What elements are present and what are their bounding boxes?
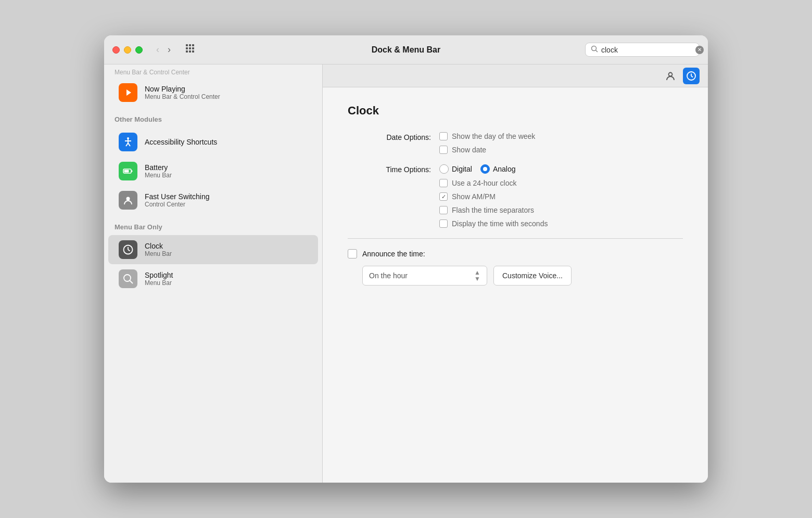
- svg-rect-7: [189, 50, 191, 53]
- toolbar-user-button[interactable]: [662, 68, 679, 84]
- clock-subtitle: Menu Bar: [145, 250, 172, 257]
- svg-point-24: [124, 275, 131, 281]
- sidebar-item-accessibility[interactable]: Accessibility Shortcuts: [108, 127, 318, 157]
- svg-rect-3: [186, 47, 188, 49]
- show-date-row: Show date: [439, 146, 535, 154]
- sidebar-item-spotlight[interactable]: Spotlight Menu Bar: [108, 264, 318, 293]
- sidebar-item-now-playing[interactable]: Now Playing Menu Bar & Control Center: [108, 78, 318, 107]
- use-24hr-checkbox[interactable]: [439, 179, 448, 187]
- svg-line-16: [128, 143, 130, 146]
- analog-label: Analog: [493, 165, 516, 173]
- toolbar-clock-button[interactable]: [683, 68, 700, 84]
- time-options-controls: Digital Analog Use a 24-hour clock: [439, 164, 548, 228]
- svg-rect-2: [192, 44, 194, 46]
- fast-user-subtitle: Control Center: [145, 201, 209, 208]
- announce-label: Announce the time:: [362, 250, 425, 258]
- traffic-lights: [112, 46, 143, 54]
- maximize-button[interactable]: [135, 46, 143, 54]
- flash-separators-checkbox[interactable]: [439, 206, 448, 214]
- grid-button[interactable]: [182, 43, 198, 57]
- svg-line-29: [691, 76, 693, 77]
- content-area: Menu Bar & Control Center Now Playing Me…: [104, 64, 708, 483]
- announce-controls: On the hour ▲ ▼ Customize Voice...: [362, 266, 683, 286]
- now-playing-title: Now Playing: [145, 85, 220, 93]
- svg-rect-4: [189, 47, 191, 49]
- back-button[interactable]: ‹: [153, 43, 162, 56]
- fast-user-icon: [119, 191, 137, 210]
- show-date-checkbox[interactable]: [439, 146, 448, 154]
- time-options-row: Time Options: Digital Analog: [348, 164, 683, 228]
- svg-rect-6: [186, 50, 188, 53]
- svg-marker-11: [126, 89, 131, 96]
- sidebar: Menu Bar & Control Center Now Playing Me…: [104, 64, 323, 483]
- menu-bar-only-label: Menu Bar Only: [104, 215, 322, 235]
- sidebar-item-clock[interactable]: Clock Menu Bar: [108, 235, 318, 264]
- now-playing-subtitle: Menu Bar & Control Center: [145, 93, 220, 100]
- svg-line-23: [128, 250, 130, 251]
- spotlight-text: Spotlight Menu Bar: [145, 271, 173, 287]
- svg-point-12: [127, 137, 129, 139]
- use-24hr-label: Use a 24-hour clock: [452, 179, 517, 187]
- spotlight-subtitle: Menu Bar: [145, 279, 173, 287]
- fast-user-text: Fast User Switching Control Center: [145, 192, 209, 208]
- dropdown-arrows-icon: ▲ ▼: [474, 269, 480, 282]
- svg-rect-8: [192, 50, 194, 53]
- digital-label: Digital: [452, 165, 472, 173]
- main-panel: Clock Date Options: Show the day of the …: [323, 64, 708, 483]
- forward-button[interactable]: ›: [164, 43, 174, 56]
- minimize-button[interactable]: [124, 46, 131, 54]
- svg-line-10: [596, 50, 598, 53]
- search-input[interactable]: [601, 46, 692, 54]
- svg-rect-1: [189, 44, 191, 46]
- search-icon: [591, 45, 598, 54]
- show-ampm-checkbox[interactable]: [439, 192, 448, 201]
- svg-rect-18: [131, 171, 133, 172]
- analog-radio[interactable]: [480, 164, 490, 174]
- battery-text: Battery Menu Bar: [145, 163, 172, 179]
- now-playing-icon: [119, 83, 137, 102]
- on-the-hour-label: On the hour: [369, 271, 408, 280]
- svg-rect-0: [186, 44, 188, 46]
- digital-radio[interactable]: [439, 164, 449, 174]
- main-window: ‹ › Dock & Menu Bar: [104, 35, 708, 483]
- search-clear-button[interactable]: ✕: [695, 46, 704, 54]
- show-ampm-row: Show AM/PM: [439, 192, 548, 201]
- time-format-group: Digital Analog: [439, 164, 548, 174]
- toolbar-strip: [323, 64, 708, 87]
- date-options-label: Date Options:: [348, 132, 431, 141]
- svg-point-9: [592, 46, 597, 51]
- customize-voice-button[interactable]: Customize Voice...: [493, 266, 572, 286]
- sidebar-item-battery[interactable]: Battery Menu Bar: [108, 157, 318, 186]
- display-seconds-row: Display the time with seconds: [439, 219, 548, 228]
- time-options-label: Time Options:: [348, 164, 431, 174]
- divider: [348, 238, 683, 239]
- clock-title: Clock: [145, 242, 172, 250]
- display-seconds-checkbox[interactable]: [439, 219, 448, 228]
- panel-title: Clock: [348, 104, 683, 118]
- svg-point-20: [126, 197, 130, 201]
- battery-title: Battery: [145, 163, 172, 172]
- accessibility-title: Accessibility Shortcuts: [145, 138, 217, 146]
- date-options-controls: Show the day of the week Show date: [439, 132, 535, 154]
- analog-option[interactable]: Analog: [480, 164, 516, 174]
- battery-icon: [119, 162, 137, 180]
- announce-checkbox[interactable]: [348, 249, 357, 258]
- clock-icon: [119, 240, 137, 259]
- sidebar-item-fast-user[interactable]: Fast User Switching Control Center: [108, 186, 318, 215]
- titlebar: ‹ › Dock & Menu Bar: [104, 35, 708, 64]
- search-box: ✕: [585, 43, 700, 57]
- digital-option[interactable]: Digital: [439, 164, 472, 174]
- flash-separators-label: Flash the time separators: [452, 206, 534, 214]
- spotlight-title: Spotlight: [145, 271, 173, 279]
- close-button[interactable]: [112, 46, 120, 54]
- nav-buttons: ‹ ›: [153, 43, 174, 56]
- other-modules-label: Other Modules: [104, 107, 322, 127]
- show-day-label: Show the day of the week: [452, 132, 535, 140]
- spotlight-icon: [119, 269, 137, 288]
- show-day-checkbox[interactable]: [439, 132, 448, 140]
- now-playing-text: Now Playing Menu Bar & Control Center: [145, 85, 220, 100]
- svg-line-25: [130, 281, 133, 284]
- announce-row: Announce the time:: [348, 249, 683, 258]
- on-the-hour-dropdown[interactable]: On the hour ▲ ▼: [362, 266, 487, 286]
- show-ampm-label: Show AM/PM: [452, 192, 496, 201]
